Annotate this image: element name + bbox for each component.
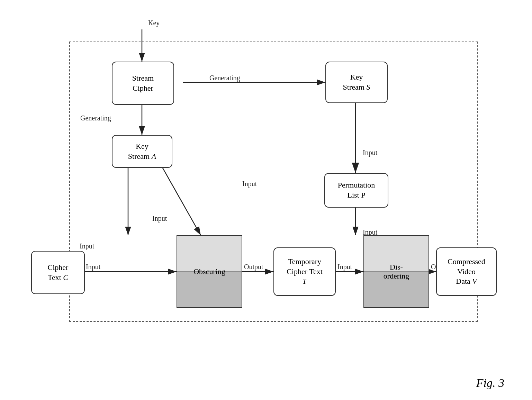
- compressed-video-label: CompressedVideoData V: [448, 257, 485, 287]
- input-label-5: Input: [337, 263, 352, 271]
- key-label: Key: [148, 19, 160, 27]
- input-label-1: Input: [242, 180, 257, 188]
- obscuring-label: Obscuring: [193, 267, 225, 276]
- input-label-s-perm: Input: [363, 149, 377, 157]
- disordering-box: Dis-ordering: [363, 235, 429, 308]
- output-label-1: Output: [244, 263, 263, 271]
- diagram-container: Key StreamCipher Generating KeyStream S …: [21, 14, 505, 346]
- key-stream-s-label: KeyStream S: [343, 72, 370, 92]
- fig-text: Fig: [476, 376, 493, 389]
- temporary-cipher-box: TemporaryCipher TextT: [273, 247, 336, 296]
- generating-label-2: Generating: [80, 114, 111, 122]
- obscuring-box: Obscuring: [177, 235, 242, 308]
- permutation-list-label: PermutationList P: [338, 180, 375, 200]
- stream-cipher-box: StreamCipher: [112, 62, 174, 105]
- figure-label: Fig. 3: [476, 376, 504, 390]
- compressed-video-box: CompressedVideoData V: [436, 247, 497, 296]
- key-stream-s-box: KeyStream S: [325, 62, 388, 103]
- generating-label-1: Generating: [209, 74, 240, 82]
- disordering-label: Dis-ordering: [384, 263, 409, 281]
- stream-cipher-label: StreamCipher: [132, 73, 154, 93]
- input-label-4: Input: [86, 263, 100, 271]
- cipher-text-box: CipherText C: [31, 251, 85, 294]
- input-label-3: Input: [152, 215, 167, 222]
- input-label-2: Input: [80, 242, 94, 250]
- permutation-list-box: PermutationList P: [324, 173, 388, 208]
- key-stream-a-label: KeyStream A: [128, 142, 156, 161]
- key-stream-a-box: KeyStream A: [112, 135, 172, 168]
- temporary-cipher-label: TemporaryCipher TextT: [287, 257, 323, 287]
- cipher-text-label: CipherText C: [48, 263, 69, 282]
